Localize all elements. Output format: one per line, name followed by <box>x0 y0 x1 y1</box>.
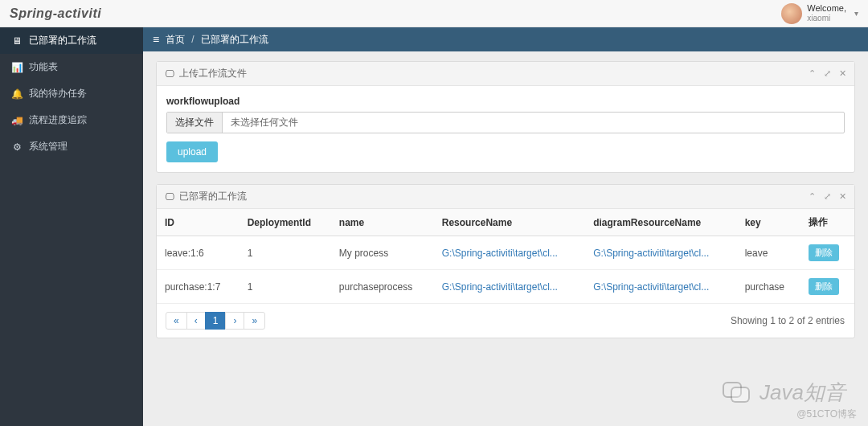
monitor-icon: 🖵 <box>165 68 174 80</box>
sidebar-item-label: 流程进度追踪 <box>29 113 87 127</box>
panel-title-text: 上传工作流文件 <box>179 67 247 80</box>
sidebar-item-label: 系统管理 <box>29 140 68 154</box>
menu-icon[interactable]: ≡ <box>153 33 159 46</box>
pagination: « ‹ 1 › » <box>166 312 265 330</box>
cell-deploymentid: 1 <box>240 236 331 270</box>
delete-button[interactable]: 删除 <box>809 244 839 261</box>
th-id: ID <box>157 209 240 236</box>
user-name: xiaomi <box>807 14 846 23</box>
table-row: purchase:1:7 1 purchaseprocess G:\Spring… <box>157 270 854 304</box>
sidebar-item-label: 功能表 <box>29 60 58 74</box>
cell-id: leave:1:6 <box>157 236 240 270</box>
table-row: leave:1:6 1 My process G:\Spring-activit… <box>157 236 854 270</box>
page-first[interactable]: « <box>166 312 187 330</box>
file-name-text: 未选择任何文件 <box>223 113 844 133</box>
breadcrumb: ≡ 首页 / 已部署的工作流 <box>143 27 868 51</box>
page-next[interactable]: › <box>225 312 244 330</box>
breadcrumb-current: 已部署的工作流 <box>201 33 268 47</box>
expand-icon[interactable]: ⤢ <box>824 191 831 202</box>
page-last[interactable]: » <box>244 312 265 330</box>
sidebar-item-label: 已部署的工作流 <box>29 34 96 47</box>
cell-id: purchase:1:7 <box>157 270 240 304</box>
close-icon[interactable]: ✕ <box>839 191 846 202</box>
resource-link[interactable]: G:\Spring-activiti\target\cl... <box>442 281 558 293</box>
chat-icon <box>723 382 751 404</box>
breadcrumb-sep: / <box>191 34 194 45</box>
page-1[interactable]: 1 <box>205 312 227 330</box>
th-diagramresourcename: diagramResourceName <box>585 209 736 236</box>
th-action: 操作 <box>800 209 854 236</box>
diagram-link[interactable]: G:\Spring-activiti\target\cl... <box>593 248 709 259</box>
th-key: key <box>737 209 801 236</box>
monitor-icon: 🖵 <box>165 191 174 203</box>
sidebar-item-features[interactable]: 📊 功能表 <box>0 54 143 80</box>
th-resourcename: ResourceName <box>434 209 585 236</box>
panel-title-text: 已部署的工作流 <box>179 190 247 203</box>
cell-key: leave <box>737 236 801 270</box>
cell-name: My process <box>331 236 434 270</box>
diagram-link[interactable]: G:\Spring-activiti\target\cl... <box>593 281 709 293</box>
sidebar-item-tracking[interactable]: 🚚 流程进度追踪 <box>0 107 143 133</box>
brand-title: Spring-activiti <box>10 6 101 21</box>
sidebar: 🖥 已部署的工作流 📊 功能表 🔔 我的待办任务 🚚 流程进度追踪 ⚙ 系统管理 <box>0 27 143 426</box>
sidebar-item-system[interactable]: ⚙ 系统管理 <box>0 133 143 160</box>
chart-icon: 📊 <box>11 62 23 73</box>
collapse-icon[interactable]: ⌃ <box>809 68 816 79</box>
collapse-icon[interactable]: ⌃ <box>809 191 816 202</box>
welcome-text: Welcome, <box>807 3 846 14</box>
file-input-row: 选择文件 未选择任何文件 <box>166 112 845 133</box>
sidebar-item-tasks[interactable]: 🔔 我的待办任务 <box>0 80 143 107</box>
th-name: name <box>331 209 434 236</box>
th-deploymentid: DeploymentId <box>240 209 331 236</box>
user-menu[interactable]: Welcome, xiaomi ▾ <box>781 3 858 24</box>
truck-icon: 🚚 <box>11 115 23 126</box>
entries-text: Showing 1 to 2 of 2 entries <box>731 315 845 326</box>
breadcrumb-home[interactable]: 首页 <box>166 33 185 47</box>
sidebar-item-deployed[interactable]: 🖥 已部署的工作流 <box>0 27 143 54</box>
cell-key: purchase <box>737 270 801 304</box>
close-icon[interactable]: ✕ <box>839 68 846 79</box>
dashboard-icon: 🖥 <box>11 35 23 47</box>
expand-icon[interactable]: ⤢ <box>824 68 831 79</box>
choose-file-button[interactable]: 选择文件 <box>167 113 223 133</box>
watermark-source: @51CTO博客 <box>796 408 857 421</box>
upload-panel: 🖵 上传工作流文件 ⌃ ⤢ ✕ workflowupload 选择文件 未选择任… <box>156 61 855 173</box>
sidebar-item-label: 我的待办任务 <box>29 87 87 100</box>
upload-form-label: workflowupload <box>166 96 845 107</box>
cell-name: purchaseprocess <box>331 270 434 304</box>
upload-button[interactable]: upload <box>166 141 218 162</box>
table-panel: 🖵 已部署的工作流 ⌃ ⤢ ✕ ID Deployment <box>156 184 855 338</box>
page-prev[interactable]: ‹ <box>186 312 206 330</box>
resource-link[interactable]: G:\Spring-activiti\target\cl... <box>442 248 558 259</box>
workflow-table: ID DeploymentId name ResourceName diagra… <box>157 209 854 304</box>
chevron-down-icon: ▾ <box>854 9 858 18</box>
watermark: Java知音 <box>723 379 845 407</box>
gear-icon: ⚙ <box>11 141 23 153</box>
avatar <box>781 3 802 24</box>
delete-button[interactable]: 删除 <box>809 278 839 295</box>
cell-deploymentid: 1 <box>240 270 331 304</box>
bell-icon: 🔔 <box>11 88 23 100</box>
